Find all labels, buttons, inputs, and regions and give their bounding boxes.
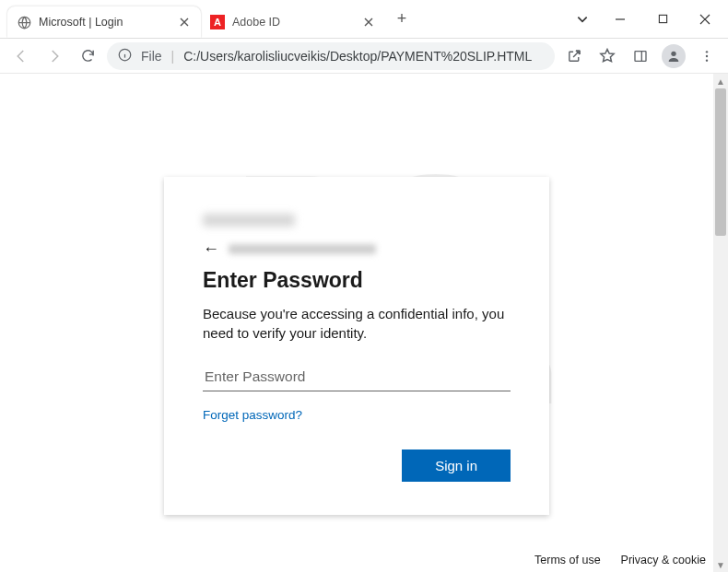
globe-icon [17, 15, 31, 29]
nav-back-button[interactable] [7, 42, 35, 70]
browser-toolbar: File | C:/Users/karolisliucveikis/Deskto… [0, 39, 728, 74]
page-content: ← Enter Password Because you're accessin… [0, 74, 713, 572]
identity-back-row[interactable]: ← [203, 239, 511, 259]
svg-point-9 [706, 54, 708, 56]
new-tab-button[interactable]: + [389, 6, 415, 32]
vertical-scrollbar[interactable]: ▲ ▼ [713, 74, 728, 572]
nav-forward-button[interactable] [41, 42, 68, 70]
address-bar[interactable]: File | C:/Users/karolisliucveikis/Deskto… [107, 42, 555, 70]
close-icon[interactable] [361, 15, 376, 29]
back-arrow-icon[interactable]: ← [203, 239, 219, 259]
tab-microsoft-login[interactable]: Microsoft | Login [7, 6, 201, 38]
share-icon[interactable] [560, 42, 588, 70]
minimize-button[interactable] [599, 1, 641, 38]
side-panel-icon[interactable] [627, 42, 654, 70]
tab-strip: Microsoft | Login A Adobe ID + [0, 0, 566, 38]
privacy-cookie-link[interactable]: Privacy & cookie [621, 554, 706, 566]
window-controls [566, 0, 728, 38]
address-divider: | [171, 49, 175, 64]
tab-title: Adobe ID [232, 16, 354, 29]
login-heading: Enter Password [203, 268, 511, 293]
tab-title: Microsoft | Login [39, 16, 170, 29]
browser-titlebar: Microsoft | Login A Adobe ID + [0, 0, 728, 39]
tab-adobe-id[interactable]: A Adobe ID [201, 6, 385, 38]
adobe-icon: A [210, 15, 225, 29]
site-info-icon[interactable] [118, 48, 132, 64]
svg-point-7 [671, 51, 675, 55]
svg-point-10 [706, 59, 708, 61]
svg-rect-1 [659, 15, 666, 22]
bookmark-star-icon[interactable] [593, 42, 621, 70]
address-scheme: File [141, 49, 162, 64]
obscured-brand-text [203, 214, 295, 227]
scroll-down-arrow-icon[interactable]: ▼ [713, 557, 728, 572]
page-viewport: PC risk.com ← Enter Password Because you… [0, 74, 728, 572]
footer-links: Terms of use Privacy & cookie [534, 554, 706, 566]
login-body-text: Because you're accessing a confidential … [203, 304, 511, 343]
svg-point-8 [706, 51, 708, 53]
address-url: C:/Users/karolisliucveikis/Desktop/PAYME… [183, 49, 544, 64]
window-close-button[interactable] [684, 1, 726, 38]
profile-avatar[interactable] [660, 42, 687, 70]
terms-of-use-link[interactable]: Terms of use [534, 554, 601, 566]
close-icon[interactable] [177, 15, 192, 29]
chevron-down-icon[interactable] [566, 1, 599, 38]
login-card: ← Enter Password Because you're accessin… [164, 177, 549, 515]
reload-button[interactable] [74, 42, 101, 70]
scroll-up-arrow-icon[interactable]: ▲ [713, 74, 728, 88]
sign-in-button[interactable]: Sign in [402, 449, 511, 482]
scrollbar-thumb[interactable] [715, 88, 726, 236]
svg-rect-5 [635, 51, 646, 61]
password-input[interactable] [203, 363, 511, 391]
maximize-button[interactable] [641, 1, 684, 38]
forgot-password-link[interactable]: Forget password? [203, 408, 302, 422]
kebab-menu-icon[interactable] [693, 42, 721, 70]
obscured-email-text [229, 244, 376, 254]
